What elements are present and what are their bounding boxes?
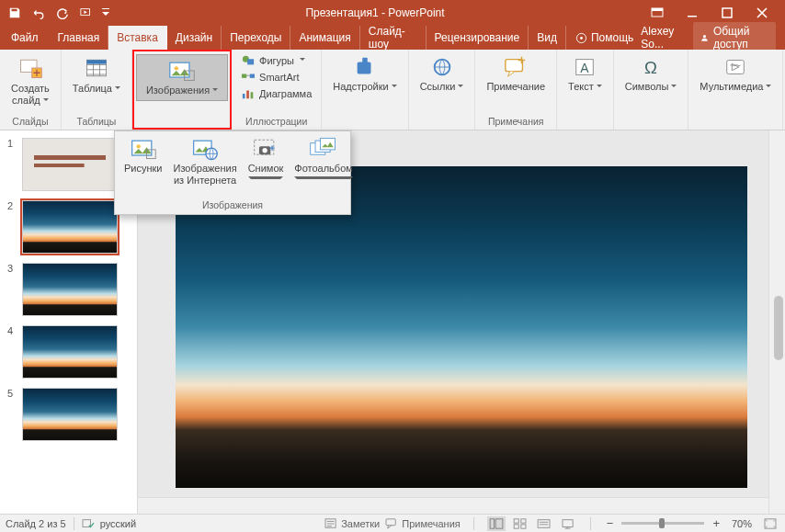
tab-slideshow[interactable]: Слайд-шоу xyxy=(360,26,427,50)
svg-text:Ω: Ω xyxy=(644,58,657,77)
svg-rect-17 xyxy=(242,74,246,78)
comment-label: Примечание xyxy=(486,81,545,93)
tab-file[interactable]: Файл xyxy=(0,26,50,50)
photoalbum-label: Фотоальбом xyxy=(294,163,353,182)
spellcheck-icon[interactable] xyxy=(82,518,95,529)
thumbnail-5[interactable]: 5 xyxy=(7,388,131,441)
share-label: Общий доступ xyxy=(713,25,768,51)
help-button[interactable]: Помощь xyxy=(575,31,633,44)
ribbon-display-options-icon[interactable] xyxy=(643,4,671,22)
addins-button[interactable]: Надстройки xyxy=(327,53,402,95)
minimize-icon[interactable] xyxy=(678,4,706,22)
text-button[interactable]: A Текст xyxy=(563,53,608,95)
chart-icon xyxy=(241,87,256,100)
media-button[interactable]: Мультимедиа xyxy=(694,53,777,95)
undo-icon[interactable] xyxy=(29,4,48,22)
smartart-label: SmartArt xyxy=(259,72,299,83)
tab-design[interactable]: Дизайн xyxy=(167,26,222,50)
svg-rect-43 xyxy=(386,518,395,525)
zoom-out-button[interactable]: − xyxy=(604,516,617,530)
thumbnail-3[interactable]: 3 xyxy=(7,263,131,316)
horizontal-scrollbar[interactable] xyxy=(138,497,768,514)
shapes-button[interactable]: Фигуры xyxy=(237,53,315,68)
help-label: Помощь xyxy=(591,31,633,44)
start-from-beginning-icon[interactable] xyxy=(77,4,96,22)
links-button[interactable]: Ссылки xyxy=(415,53,470,95)
thumbnail-number: 5 xyxy=(7,388,17,441)
thumbnail-number: 3 xyxy=(7,263,17,316)
svg-rect-21 xyxy=(251,92,254,98)
dropdown-group-label: Изображения xyxy=(115,198,350,214)
svg-rect-22 xyxy=(358,62,371,74)
reading-view-icon[interactable] xyxy=(535,516,553,531)
chart-button[interactable]: Диаграмма xyxy=(237,86,315,101)
svg-rect-51 xyxy=(563,519,573,526)
tab-home[interactable]: Главная xyxy=(50,26,109,50)
pictures-icon xyxy=(130,137,157,161)
svg-rect-49 xyxy=(521,524,526,527)
zoom-in-button[interactable]: + xyxy=(710,516,722,530)
smartart-button[interactable]: SmartArt xyxy=(237,70,315,85)
svg-rect-48 xyxy=(514,524,518,527)
zoom-percent[interactable]: 70% xyxy=(732,518,752,529)
svg-point-13 xyxy=(175,66,178,70)
user-account[interactable]: Alexey So... xyxy=(641,25,686,51)
svg-rect-3 xyxy=(688,16,697,17)
symbols-label: Символы xyxy=(625,81,677,93)
fit-to-window-icon[interactable] xyxy=(761,516,779,531)
svg-rect-18 xyxy=(250,74,255,78)
zoom-slider[interactable] xyxy=(621,522,704,525)
comments-button[interactable]: Примечания xyxy=(385,516,461,531)
media-icon xyxy=(723,55,747,79)
notes-label: Заметки xyxy=(341,518,380,529)
svg-rect-44 xyxy=(490,518,494,527)
tab-animations[interactable]: Анимация xyxy=(290,26,359,50)
tab-insert[interactable]: Вставка xyxy=(108,26,167,50)
screenshot-icon xyxy=(252,137,279,161)
thumbnail-4[interactable]: 4 xyxy=(7,325,131,379)
new-slide-button[interactable]: Создать слайд xyxy=(6,53,55,108)
svg-text:A: A xyxy=(581,61,590,75)
images-button[interactable]: Изображения xyxy=(136,54,228,101)
close-icon[interactable] xyxy=(748,4,776,22)
screenshot-button[interactable]: Снимок xyxy=(243,137,290,182)
comment-button[interactable]: Примечание xyxy=(481,53,551,95)
links-icon xyxy=(430,55,454,79)
language-indicator[interactable]: русский xyxy=(100,518,136,529)
smartart-icon xyxy=(241,71,256,84)
normal-view-icon[interactable] xyxy=(487,516,506,531)
zoom-slider-knob[interactable] xyxy=(659,518,665,528)
slide-counter: Слайд 2 из 5 xyxy=(6,518,66,529)
svg-point-6 xyxy=(580,37,583,40)
photoalbum-button[interactable]: Фотоальбом xyxy=(289,137,358,182)
thumbnail-2[interactable]: 2 xyxy=(7,200,131,254)
qat-customize-icon[interactable] xyxy=(101,4,110,22)
slide-sorter-view-icon[interactable] xyxy=(511,516,529,531)
vertical-scrollbar[interactable] xyxy=(768,130,785,514)
tab-view[interactable]: Вид xyxy=(529,26,566,50)
svg-rect-4 xyxy=(722,8,732,17)
table-label: Таблица xyxy=(73,83,120,95)
save-icon[interactable] xyxy=(6,4,24,22)
table-button[interactable]: Таблица xyxy=(67,53,126,96)
thumbnail-preview xyxy=(22,388,118,441)
share-button[interactable]: Общий доступ xyxy=(693,22,776,53)
thumbnail-preview xyxy=(22,325,118,379)
online-pictures-button[interactable]: Изображенияиз Интернета xyxy=(168,137,243,186)
redo-icon[interactable] xyxy=(53,4,72,22)
thumbnail-1[interactable]: 1 xyxy=(7,138,131,191)
svg-rect-19 xyxy=(243,94,245,98)
vertical-scroll-thumb[interactable] xyxy=(774,296,783,360)
svg-rect-47 xyxy=(521,518,526,522)
group-illustrations-label: Иллюстрации xyxy=(245,114,307,130)
shapes-icon xyxy=(241,54,256,67)
tab-transitions[interactable]: Переходы xyxy=(222,26,290,50)
notes-button[interactable]: Заметки xyxy=(324,516,380,531)
shapes-label: Фигуры xyxy=(259,55,294,66)
tab-review[interactable]: Рецензирование xyxy=(427,26,529,50)
slideshow-view-icon[interactable] xyxy=(559,516,577,531)
new-slide-label: Создать слайд xyxy=(11,83,50,106)
symbols-button[interactable]: Ω Символы xyxy=(620,53,683,95)
pictures-button[interactable]: Рисунки xyxy=(119,137,168,175)
maximize-icon[interactable] xyxy=(713,4,741,22)
